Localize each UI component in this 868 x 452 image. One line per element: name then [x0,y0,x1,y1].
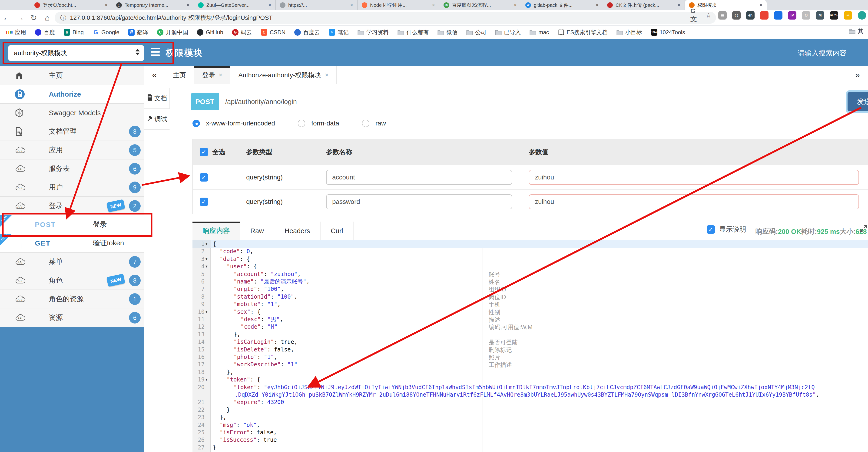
sidebar-item-主页[interactable]: 主页 [0,66,144,85]
sidebar-item-资源[interactable]: API资源6 [0,308,144,327]
browser-tab[interactable]: Wgitlab-pack 文件...× [521,0,603,10]
ext-colorwheel-icon[interactable] [760,11,769,20]
avatar[interactable] [858,11,866,20]
mode-tab-文档[interactable]: 文档 [144,88,170,109]
bookmark-item[interactable]: 公司 [466,29,486,36]
ext-shield-icon[interactable]: M [816,11,824,20]
reload-icon[interactable]: ↻ [27,13,40,22]
body-type-radio[interactable] [298,120,305,127]
bookmark-item[interactable]: bBing [64,29,84,36]
sidebar-item-菜单[interactable]: API菜单7 [0,253,144,271]
browser-tab[interactable]: Zuul—GateServer...× [194,0,276,10]
translate-icon[interactable]: G文 [690,11,699,20]
header-search-input[interactable]: 请输入搜索内容 [798,49,847,58]
param-value-input[interactable]: zuihou [529,170,859,185]
request-url-input[interactable]: /api/authority/anno/login [219,93,847,110]
sidebar-item-文档管理[interactable]: 文档管理3 [0,122,144,141]
browser-tab-close-icon[interactable]: × [514,2,517,8]
browser-tab[interactable]: 登录页/doc.ht...× [30,0,112,10]
mode-tab-调试[interactable]: 调试 [144,109,170,130]
fold-arrow-icon[interactable]: ▾ [206,257,208,261]
bookmark-item[interactable]: GitHub [197,29,223,36]
bookmark-item[interactable]: 10241024Tools [651,29,685,36]
tabs-scroll-right[interactable]: » [847,66,868,84]
tab-close-icon[interactable]: × [219,72,222,79]
browser-tab[interactable]: JS百度脑图JS流程...× [439,0,521,10]
tabs-scroll-left[interactable]: « [144,66,165,84]
browser-tab[interactable]: ( )Temporary Interne...× [112,0,194,10]
sidebar-item-登录[interactable]: API登录NEW2 [0,197,144,215]
bookmark-item[interactable]: ✎笔记 [329,29,349,36]
browser-tab-close-icon[interactable]: × [350,2,353,8]
sidebar-endpoint-登录[interactable]: NEWPOST登录 [0,215,144,234]
expand-icon[interactable] [859,224,868,234]
bookmark-item[interactable]: 已导入 [495,29,521,36]
send-button[interactable]: 发送 [847,92,868,111]
bookmark-item[interactable]: 应用 [6,29,26,36]
tab-Authorize-authority-权限模块[interactable]: Authorize-authority-权限模块× [230,66,337,84]
bookmark-star-icon[interactable]: ☆ [704,11,713,20]
site-info-icon[interactable]: ⓘ [60,14,66,22]
tab-close-icon[interactable]: × [325,72,329,79]
sidebar-endpoint-验证token[interactable]: NEWGET验证token [0,234,144,253]
home-icon[interactable]: ⌂ [40,13,54,22]
bookmark-item[interactable]: 什么都有 [398,29,429,36]
response-tab-Raw[interactable]: Raw [240,222,274,240]
ext-ring-icon[interactable]: O [802,11,810,20]
ext-colorful-icon[interactable]: ✳ [844,11,852,20]
bookmark-item[interactable]: mac [530,29,549,36]
browser-tab-close-icon[interactable]: × [104,2,107,8]
ext-notes-icon[interactable]: ▤ [718,11,727,20]
forward-icon[interactable]: → [13,13,27,22]
browser-tab-close-icon[interactable]: × [186,2,189,8]
sidebar-item-角色[interactable]: API角色NEW8 [0,271,144,290]
bookmark-item[interactable]: ES搜索引擎文档 [558,29,608,36]
bookmark-item[interactable]: 小目标 [617,29,642,36]
fold-arrow-icon[interactable]: ▾ [206,264,208,269]
sidebar-item-用户[interactable]: API用户9 [0,178,144,197]
url-bar[interactable]: ⓘ 127.0.0.1:8760/api/gate/doc.html#/auth… [55,12,716,24]
fold-arrow-icon[interactable]: ▾ [206,242,208,246]
param-name-input[interactable]: password [326,194,512,209]
bookmark-item[interactable]: C开源中国 [157,29,188,36]
bookmark-item[interactable]: 学习资料 [358,29,389,36]
response-tab-响应内容[interactable]: 响应内容 [192,222,240,240]
bookmark-item[interactable]: CCSDN [261,29,285,36]
back-icon[interactable]: ← [0,13,13,22]
tab-登录[interactable]: 登录× [194,66,230,84]
fold-arrow-icon[interactable]: ▾ [206,377,208,382]
module-select[interactable]: authority-权限模块 [8,45,144,61]
bookmark-item[interactable]: 微信 [437,29,458,36]
tab-主页[interactable]: 主页 [165,66,194,84]
body-type-radio[interactable] [362,120,369,127]
select-all-checkbox[interactable]: ✓ [200,148,208,156]
sidebar-item-服务表[interactable]: API服务表6 [0,160,144,178]
browser-tab[interactable]: https://...× [276,0,358,10]
bookmark-item[interactable]: GGoogle [93,29,119,36]
ext-dict-icon[interactable]: en [746,11,754,20]
bookmarks-overflow[interactable]: 其 [849,27,863,35]
param-value-input[interactable]: zuihou [529,194,859,209]
param-name-input[interactable]: account [326,170,512,185]
ext-json-icon[interactable]: {..} [732,11,741,20]
browser-tab-close-icon[interactable]: × [595,2,598,8]
browser-tab-close-icon[interactable]: × [677,2,680,8]
bookmark-item[interactable]: 百度云 [294,29,320,36]
sidebar-item-应用[interactable]: API应用5 [0,141,144,160]
menu-icon[interactable] [151,48,160,56]
sidebar-item-Swagger Models[interactable]: Swagger Models [0,104,144,122]
body-type-radio[interactable] [192,120,200,127]
bookmark-item[interactable]: 其 [849,27,863,35]
fold-arrow-icon[interactable]: ▾ [206,310,208,314]
browser-tab[interactable]: CK文件上传 (pack...× [603,0,685,10]
bookmark-item[interactable]: G码云 [232,29,252,36]
param-checkbox[interactable]: ✓ [200,198,208,206]
show-description-toggle[interactable]: ✓ 显示说明 [707,225,746,234]
response-tab-Curl[interactable]: Curl [320,222,353,240]
bookmark-item[interactable]: 译翻译 [128,29,148,36]
browser-tab-close-icon[interactable]: × [760,2,763,8]
response-tab-Headers[interactable]: Headers [274,222,320,240]
ext-gitzip-icon[interactable]: Git Zip [830,11,838,20]
sidebar-item-角色的资源[interactable]: API角色的资源1 [0,290,144,308]
browser-tab-close-icon[interactable]: × [432,2,435,8]
